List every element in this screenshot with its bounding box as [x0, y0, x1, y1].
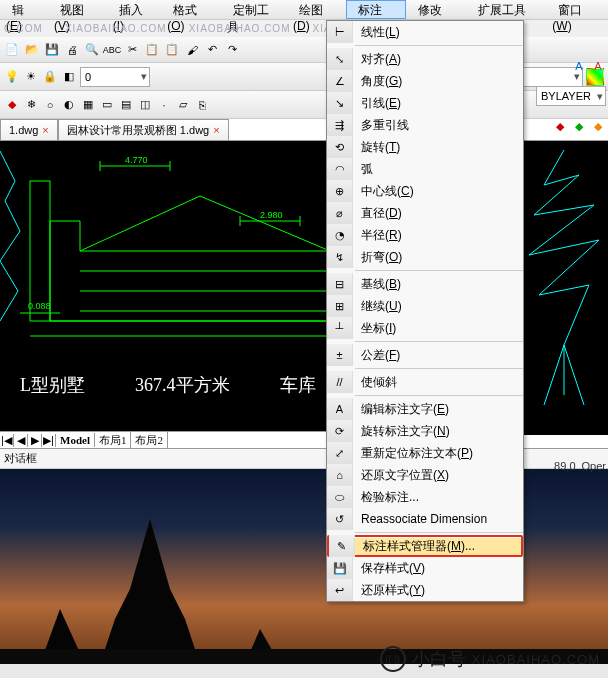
mi-rotated[interactable]: ⟲旋转(T)	[327, 136, 523, 158]
preview-icon[interactable]: 🔍	[84, 42, 100, 58]
region-icon[interactable]: ▭	[99, 97, 115, 113]
menu-view[interactable]: 视图(V)	[48, 0, 107, 19]
undo-icon[interactable]: ↶	[204, 42, 220, 58]
layer-freeze-icon[interactable]: ❄	[23, 97, 39, 113]
mi-radius[interactable]: ◔半径(R)	[327, 224, 523, 246]
tool-red-icon[interactable]: ◆	[552, 118, 568, 134]
lock-icon[interactable]: 🔒	[42, 69, 58, 85]
mi-angular[interactable]: ∠角度(G)	[327, 70, 523, 92]
print-icon[interactable]: 🖨	[64, 42, 80, 58]
layer-red-icon[interactable]: ◆	[4, 97, 20, 113]
sun-icon[interactable]: ☀	[23, 69, 39, 85]
mi-leader[interactable]: ↘引线(E)	[327, 92, 523, 114]
mi-restore-style[interactable]: ↩还原样式(Y)	[327, 579, 523, 601]
tool-grn-icon[interactable]: ◆	[571, 118, 587, 134]
tab-nav-last[interactable]: ▶|	[42, 434, 56, 447]
mi-reposition[interactable]: ⤢重新定位标注文本(P)	[327, 442, 523, 464]
edit-icon: A	[336, 403, 343, 415]
mi-oblique[interactable]: //使倾斜	[327, 371, 523, 393]
menu-format[interactable]: 格式(O)	[161, 0, 221, 19]
wipeout-icon[interactable]: ▱	[175, 97, 191, 113]
antenna-icon: ((·))	[380, 646, 406, 672]
cut-icon[interactable]: ✂	[124, 42, 140, 58]
svg-rect-0	[30, 181, 50, 321]
mi-linear[interactable]: ⊢线性(L)	[327, 21, 523, 43]
match-icon[interactable]: 🖌	[184, 42, 200, 58]
save-icon[interactable]: 💾	[44, 42, 60, 58]
mi-inspect[interactable]: ⬭检验标注...	[327, 486, 523, 508]
hatch-icon[interactable]: ▦	[80, 97, 96, 113]
mi-continue[interactable]: ⊞继续(U)	[327, 295, 523, 317]
redo-icon[interactable]: ↷	[224, 42, 240, 58]
mi-ordinate[interactable]: ┴坐标(I)	[327, 317, 523, 339]
mi-arc[interactable]: ◠弧	[327, 158, 523, 180]
tab-nav-next[interactable]: ▶	[28, 434, 42, 447]
mi-reassociate[interactable]: ↺Reassociate Dimension	[327, 508, 523, 530]
copy-icon[interactable]: 📋	[144, 42, 160, 58]
menu-insert[interactable]: 插入(I)	[107, 0, 162, 19]
tol-icon: ±	[336, 349, 342, 361]
mi-jogged[interactable]: ↯折弯(O)	[327, 246, 523, 268]
rot-icon: ⟳	[335, 425, 344, 438]
bulb-icon[interactable]: 💡	[4, 69, 20, 85]
menu-draw[interactable]: 绘图(D)	[287, 0, 346, 19]
mi-rotate-text[interactable]: ⟳旋转标注文字(N)	[327, 420, 523, 442]
color-combo[interactable]: BYLAYER	[536, 86, 606, 106]
tool-org-icon[interactable]: ◆	[590, 118, 606, 134]
mi-center[interactable]: ⊕中心线(C)	[327, 180, 523, 202]
status-coord: 89,0	[554, 460, 575, 472]
open-icon[interactable]: 📂	[24, 42, 40, 58]
status-mode: Oper	[582, 460, 606, 472]
new-icon[interactable]: 📄	[4, 42, 20, 58]
save-icon: 💾	[333, 562, 347, 575]
paste-icon[interactable]: 📋	[164, 42, 180, 58]
table-icon[interactable]: ▤	[118, 97, 134, 113]
status-right: 89,0 Oper	[554, 460, 606, 472]
layer-combo[interactable]: 0	[80, 67, 150, 87]
mi-diameter[interactable]: ⌀直径(D)	[327, 202, 523, 224]
mi-aligned[interactable]: ⤡对齐(A)	[327, 48, 523, 70]
point-icon[interactable]: ·	[156, 97, 172, 113]
mi-dim-style-manager[interactable]: ✎标注样式管理器(M)...	[327, 535, 523, 557]
layer-prev-icon[interactable]: ◐	[61, 97, 77, 113]
angle-icon: ∠	[335, 75, 345, 88]
tab-layout2[interactable]: 布局2	[131, 432, 168, 449]
doc-tab-2[interactable]: 园林设计常用景观桥图 1.dwg×	[58, 119, 229, 140]
mi-mleader[interactable]: ⇶多重引线	[327, 114, 523, 136]
style-icon: ✎	[337, 540, 346, 553]
menu-modify[interactable]: 修改(M)	[406, 0, 467, 19]
text-a2-icon[interactable]: A	[590, 58, 606, 74]
reassoc-icon: ↺	[335, 513, 344, 526]
mi-baseline[interactable]: ⊟基线(B)	[327, 273, 523, 295]
align-icon: ⤡	[335, 53, 344, 66]
text-a-icon[interactable]: A	[571, 58, 587, 74]
dim-3: 0.088	[28, 301, 51, 311]
layer-color-icon[interactable]: ◧	[61, 69, 77, 85]
mi-edit-text[interactable]: A编辑标注文字(E)	[327, 398, 523, 420]
brand-logo: ((·)) 小白号 XIAOBAIHAO.COM	[380, 646, 600, 672]
dia-icon: ⌀	[336, 207, 343, 220]
tab-nav-first[interactable]: |◀	[0, 434, 14, 447]
close-icon[interactable]: ×	[42, 124, 48, 136]
doc-tab-1[interactable]: 1.dwg×	[0, 119, 58, 140]
mi-save-style[interactable]: 💾保存样式(V)	[327, 557, 523, 579]
menu-window[interactable]: 窗口(W)	[546, 0, 608, 19]
insert-icon[interactable]: ⎘	[194, 97, 210, 113]
spell-icon[interactable]: ABC	[104, 42, 120, 58]
menu-custom[interactable]: 定制工具	[221, 0, 287, 19]
mi-home-text[interactable]: ⌂还原文字位置(X)	[327, 464, 523, 486]
close-icon[interactable]: ×	[213, 124, 219, 136]
layer-off-icon[interactable]: ○	[42, 97, 58, 113]
block-icon[interactable]: ◫	[137, 97, 153, 113]
tab-layout1[interactable]: 布局1	[95, 432, 132, 449]
svg-marker-10	[100, 519, 200, 664]
menu-ext[interactable]: 扩展工具(X)	[466, 0, 546, 19]
menu-edit[interactable]: 辑(E)	[0, 0, 48, 19]
menu-dimension[interactable]: 标注(N)	[346, 0, 405, 19]
tab-nav-prev[interactable]: ◀	[14, 434, 28, 447]
home-icon: ⌂	[336, 469, 343, 481]
tab-model[interactable]: Model	[56, 433, 95, 447]
mleader-icon: ⇶	[335, 119, 344, 132]
mi-tolerance[interactable]: ±公差(F)	[327, 344, 523, 366]
drawing-label-1: L型别墅	[20, 375, 85, 395]
